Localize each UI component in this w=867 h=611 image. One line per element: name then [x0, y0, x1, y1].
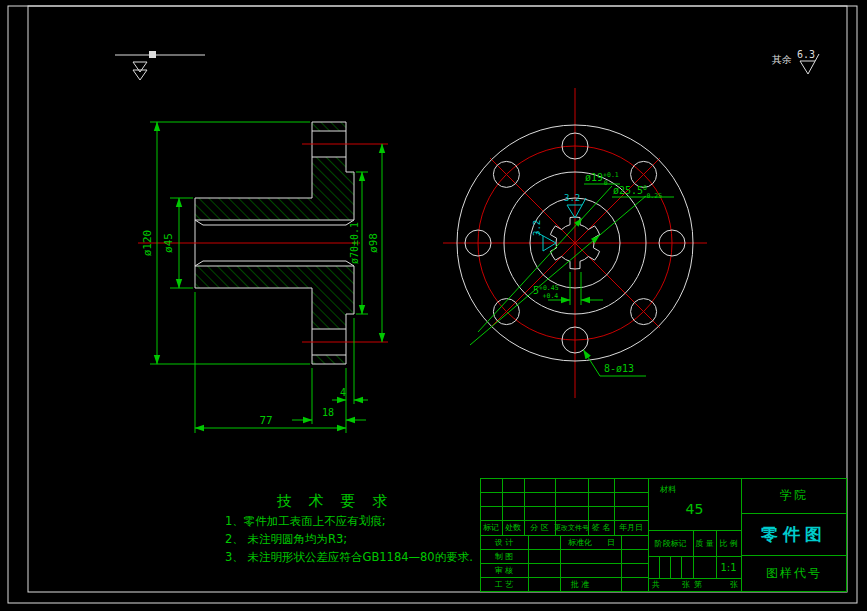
roughness-value-top: 3.2 [564, 193, 580, 203]
titleblock-doc-type: 零件图 [741, 513, 847, 555]
registration-marks [115, 51, 205, 80]
titleblock-sheet-total-unit: 张 [680, 578, 692, 591]
titleblock-date-char: 日 [604, 535, 618, 549]
surface-note-prefix: 其余 [772, 54, 792, 65]
titleblock-header-zone: 分 区 [524, 520, 555, 535]
titleblock-standardization-label: 标准化 [560, 535, 600, 549]
titleblock-header-mark: 标记 [480, 520, 502, 535]
titleblock-scale-label: 比 例 [716, 530, 741, 556]
dim-length-77: 77 [259, 414, 272, 427]
tech-requirement-item: 1、零件加工表面上不应有划痕; [225, 514, 475, 529]
titleblock-process-label: 工 艺 [480, 577, 528, 592]
titleblock-draw-label: 制 图 [480, 549, 528, 563]
titleblock-material-value: 45 [648, 494, 741, 524]
titleblock-approve-label: 批 准 [560, 577, 600, 592]
technical-requirements: 技 术 要 求 1、零件加工表面上不应有划痕; 2、 未注明圆角均为R3; 3、… [225, 492, 475, 565]
titleblock-sheet-no-prefix: 第 [692, 578, 704, 591]
titleblock-check-label: 审 核 [480, 563, 528, 577]
titleblock-stage-label: 阶段标记 [648, 530, 693, 556]
tech-requirements-title: 技 术 要 求 [240, 492, 430, 511]
dim-dia98: ø98 [367, 233, 380, 253]
tech-requirement-item: 3、 未注明形状公差应符合GB1184—80的要求. [225, 550, 475, 565]
titleblock-doc-code: 图样代号 [741, 555, 847, 592]
titleblock-sheet-total-prefix: 共 [650, 578, 662, 591]
cad-canvas: 其余 6.3 [0, 0, 867, 611]
general-roughness-note: 其余 6.3 [772, 49, 819, 74]
right-view-centerlines [443, 88, 707, 398]
titleblock-quality-label: 质 量 [693, 530, 716, 556]
titleblock-header-count: 处数 [502, 520, 524, 535]
titleblock-sheet-no-unit: 张 [728, 578, 740, 591]
tech-requirement-item: 2、 未注明圆角均为R3; [225, 532, 475, 547]
titleblock-header-date: 年月日 [614, 520, 648, 535]
left-section-view: ø120 ø45 ø70±0.1 ø98 77 18 4 [138, 122, 388, 433]
titleblock-header-signature: 签 名 [588, 520, 614, 535]
roughness-value-left: 3.2 [532, 220, 542, 236]
dim-length-18: 18 [322, 407, 334, 418]
surface-note-value: 6.3 [797, 49, 815, 60]
dim-length-4: 4 [340, 387, 346, 398]
titleblock-scale-value: 1:1 [716, 556, 741, 578]
titleblock-design-label: 设 计 [480, 535, 528, 549]
titleblock-header-changefile: 更改文件号 [555, 520, 588, 535]
right-front-view: ø19+0.10 ø25.50-0.25 8-ø13 5+0.45+0.4 3.… [443, 88, 707, 398]
dim-dia120: ø120 [141, 230, 154, 257]
titleblock-school: 学院 [741, 478, 847, 513]
dim-dia70: ø70±0.1 [349, 222, 360, 264]
dim-bolt-holes: 8-ø13 [604, 363, 634, 374]
dim-dia45: ø45 [162, 233, 175, 253]
title-block: 标记 处数 分 区 更改文件号 签 名 年月日 设 计 制 图 审 核 工 艺 … [480, 478, 847, 592]
dim-slot-width: 5+0.45+0.4 [533, 284, 559, 300]
